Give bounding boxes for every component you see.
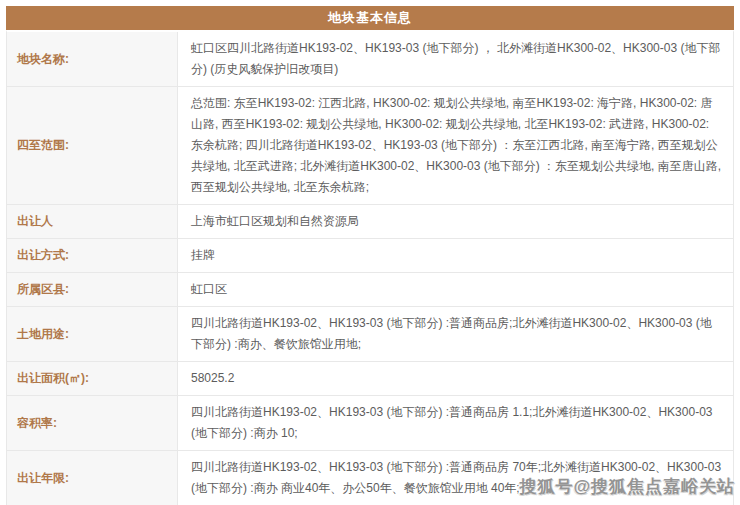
row-value: 挂牌 bbox=[178, 239, 733, 272]
table-row: 地块名称: 虹口区四川北路街道HK193-02、HK193-03 (地下部分) … bbox=[7, 32, 733, 87]
row-value: 虹口区 bbox=[178, 273, 733, 306]
table-body: 地块名称: 虹口区四川北路街道HK193-02、HK193-03 (地下部分) … bbox=[6, 30, 734, 505]
row-value: 58025.2 bbox=[178, 362, 733, 395]
row-label: 所属区县: bbox=[7, 273, 178, 306]
table-row: 出让面积(㎡): 58025.2 bbox=[7, 362, 733, 396]
row-value: 四川北路街道HK193-02、HK193-03 (地下部分) :普通商品房;北外… bbox=[178, 307, 733, 361]
row-label: 出让年限: bbox=[7, 451, 178, 505]
row-value-text: 58025.2 bbox=[191, 368, 723, 389]
row-label: 出让人 bbox=[7, 205, 178, 238]
table-title: 地块基本信息 bbox=[6, 6, 734, 30]
row-label: 容积率: bbox=[7, 396, 178, 450]
row-value-text: 总范围: 东至HK193-02: 江西北路, HK300-02: 规划公共绿地,… bbox=[191, 93, 723, 198]
row-value-text: 四川北路街道HK193-02、HK193-03 (地下部分) :普通商品房 1.… bbox=[191, 402, 723, 444]
row-value-text: 上海市虹口区规划和自然资源局 bbox=[191, 211, 723, 232]
row-value-text: 挂牌 bbox=[191, 245, 723, 266]
watermark-sohu: 搜狐号@搜狐焦点嘉峪关站 bbox=[519, 475, 735, 498]
row-label: 出让面积(㎡): bbox=[7, 362, 178, 395]
row-value-text: 虹口区四川北路街道HK193-02、HK193-03 (地下部分) ， 北外滩街… bbox=[191, 38, 723, 80]
page: 地块基本信息 地块名称: 虹口区四川北路街道HK193-02、HK193-03 … bbox=[0, 0, 740, 505]
row-label: 出让方式: bbox=[7, 239, 178, 272]
row-value-text: 四川北路街道HK193-02、HK193-03 (地下部分) :普通商品房;北外… bbox=[191, 313, 723, 355]
row-value-text: 虹口区 bbox=[191, 279, 723, 300]
table-row: 所属区县: 虹口区 bbox=[7, 273, 733, 307]
row-value: 总范围: 东至HK193-02: 江西北路, HK300-02: 规划公共绿地,… bbox=[178, 87, 733, 204]
table-row: 出让方式: 挂牌 bbox=[7, 239, 733, 273]
row-label: 地块名称: bbox=[7, 32, 178, 86]
table-row: 土地用途: 四川北路街道HK193-02、HK193-03 (地下部分) :普通… bbox=[7, 307, 733, 362]
table-row: 四至范围: 总范围: 东至HK193-02: 江西北路, HK300-02: 规… bbox=[7, 87, 733, 205]
row-value: 四川北路街道HK193-02、HK193-03 (地下部分) :普通商品房 1.… bbox=[178, 396, 733, 450]
land-info-table: 地块基本信息 地块名称: 虹口区四川北路街道HK193-02、HK193-03 … bbox=[6, 6, 734, 505]
table-row: 容积率: 四川北路街道HK193-02、HK193-03 (地下部分) :普通商… bbox=[7, 396, 733, 451]
row-label: 四至范围: bbox=[7, 87, 178, 204]
row-value: 上海市虹口区规划和自然资源局 bbox=[178, 205, 733, 238]
table-row: 出让人 上海市虹口区规划和自然资源局 bbox=[7, 205, 733, 239]
row-label: 土地用途: bbox=[7, 307, 178, 361]
row-value: 虹口区四川北路街道HK193-02、HK193-03 (地下部分) ， 北外滩街… bbox=[178, 32, 733, 86]
